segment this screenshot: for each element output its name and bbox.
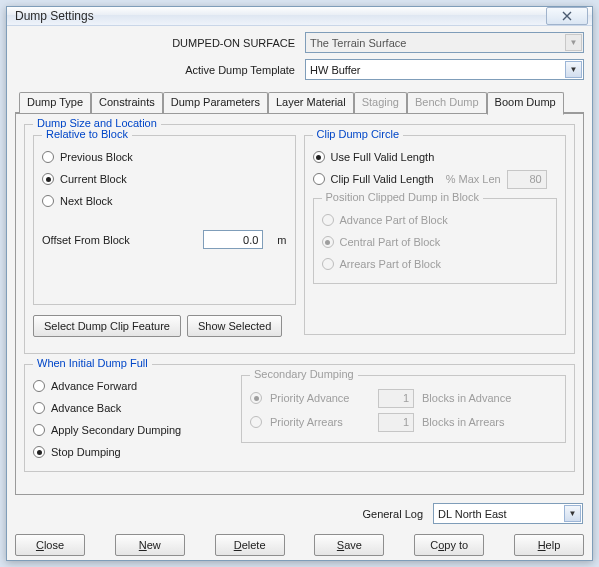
- tabstrip: Dump Type Constraints Dump Parameters La…: [15, 92, 584, 114]
- maxlen-label: % Max Len: [446, 173, 501, 185]
- chevron-down-icon[interactable]: ▼: [564, 505, 581, 522]
- radio-label: Priority Arrears: [270, 416, 370, 428]
- radio-label: Arrears Part of Block: [340, 258, 441, 270]
- dump-settings-window: Dump Settings DUMPED-ON SURFACE The Terr…: [6, 6, 593, 561]
- radio-label: Advance Part of Block: [340, 214, 448, 226]
- tab-boom-dump[interactable]: Boom Dump: [487, 92, 564, 115]
- radio-icon: [42, 195, 54, 207]
- tab-label: Staging: [362, 96, 399, 108]
- copy-to-button[interactable]: Copy to: [414, 534, 484, 556]
- radio-label: Advance Back: [51, 402, 121, 414]
- close-button[interactable]: Close: [15, 534, 85, 556]
- tab-bench-dump: Bench Dump: [407, 92, 487, 113]
- help-button[interactable]: Help: [514, 534, 584, 556]
- tab-layer-material[interactable]: Layer Material: [268, 92, 354, 113]
- relative-option-previous[interactable]: Previous Block: [42, 146, 287, 168]
- save-button[interactable]: Save: [314, 534, 384, 556]
- tab-content-boom-dump: Dump Size and Location Relative to Block…: [15, 114, 584, 495]
- show-selected-button[interactable]: Show Selected: [187, 315, 282, 337]
- surface-label: DUMPED-ON SURFACE: [15, 37, 305, 49]
- radio-icon: [42, 151, 54, 163]
- radio-icon: [313, 151, 325, 163]
- radio-icon: [313, 173, 325, 185]
- chevron-down-icon: ▼: [565, 34, 582, 51]
- radio-icon: [42, 173, 54, 185]
- window-body: DUMPED-ON SURFACE The Terrain Surface ▼ …: [7, 26, 592, 564]
- close-icon: [562, 11, 572, 21]
- radio-label: Use Full Valid Length: [331, 151, 435, 163]
- radio-label: Advance Forward: [51, 380, 137, 392]
- general-log-row: General Log DL North East ▼: [15, 503, 584, 524]
- radio-label: Clip Full Valid Length: [331, 173, 434, 185]
- general-log-value: DL North East: [438, 508, 507, 520]
- general-log-dropdown[interactable]: DL North East ▼: [433, 503, 583, 524]
- tab-label: Bench Dump: [415, 96, 479, 108]
- group-legend: Position Clipped Dump in Block: [322, 191, 483, 203]
- new-button[interactable]: New: [115, 534, 185, 556]
- tab-spacer: [564, 92, 584, 113]
- radio-label: Current Block: [60, 173, 127, 185]
- radio-icon: [33, 424, 45, 436]
- initial-option-secondary[interactable]: Apply Secondary Dumping: [33, 419, 233, 441]
- position-clipped-group: Position Clipped Dump in Block Advance P…: [313, 198, 558, 284]
- secondary-advance-after: Blocks in Advance: [422, 392, 511, 404]
- radio-icon: [322, 214, 334, 226]
- template-row: Active Dump Template HW Buffer ▼: [15, 59, 584, 80]
- relative-to-block-group: Relative to Block Previous Block Current…: [33, 135, 296, 305]
- tab-staging: Staging: [354, 92, 407, 113]
- radio-icon: [322, 236, 334, 248]
- pos-option-central: Central Part of Block: [322, 231, 549, 253]
- offset-unit: m: [277, 234, 286, 246]
- relative-option-current[interactable]: Current Block: [42, 168, 287, 190]
- tab-label: Constraints: [99, 96, 155, 108]
- offset-label: Offset From Block: [42, 234, 195, 246]
- clip-option-clip[interactable]: Clip Full Valid Length % Max Len 80: [313, 168, 558, 190]
- initial-option-advance-forward[interactable]: Advance Forward: [33, 375, 233, 397]
- radio-label: Previous Block: [60, 151, 133, 163]
- pos-option-advance: Advance Part of Block: [322, 209, 549, 231]
- clip-dump-circle-group: Clip Dump Circle Use Full Valid Length C…: [304, 135, 567, 335]
- radio-label: Priority Advance: [270, 392, 370, 404]
- tab-dump-parameters[interactable]: Dump Parameters: [163, 92, 268, 113]
- secondary-arrears-row: Priority Arrears 1 Blocks in Arrears: [250, 410, 557, 434]
- general-log-label: General Log: [15, 508, 433, 520]
- window-title: Dump Settings: [15, 9, 546, 23]
- radio-icon: [250, 392, 262, 404]
- secondary-arrears-input: 1: [378, 413, 414, 432]
- offset-input[interactable]: 0.0: [203, 230, 263, 249]
- dump-size-location-group: Dump Size and Location Relative to Block…: [24, 124, 575, 354]
- tab-dump-type[interactable]: Dump Type: [19, 92, 91, 113]
- radio-icon: [33, 402, 45, 414]
- select-dump-clip-feature-button[interactable]: Select Dump Clip Feature: [33, 315, 181, 337]
- maxlen-input: 80: [507, 170, 547, 189]
- secondary-advance-input: 1: [378, 389, 414, 408]
- surface-row: DUMPED-ON SURFACE The Terrain Surface ▼: [15, 32, 584, 53]
- footer-buttons: Close New Delete Save Copy to Help: [15, 534, 584, 556]
- radio-label: Apply Secondary Dumping: [51, 424, 181, 436]
- group-legend: When Initial Dump Full: [33, 357, 152, 369]
- template-label: Active Dump Template: [15, 64, 305, 76]
- chevron-down-icon[interactable]: ▼: [565, 61, 582, 78]
- radio-label: Next Block: [60, 195, 113, 207]
- titlebar: Dump Settings: [7, 7, 592, 26]
- relative-option-next[interactable]: Next Block: [42, 190, 287, 212]
- initial-option-stop[interactable]: Stop Dumping: [33, 441, 233, 463]
- window-close-button[interactable]: [546, 7, 588, 25]
- tab-label: Layer Material: [276, 96, 346, 108]
- radio-label: Stop Dumping: [51, 446, 121, 458]
- secondary-advance-row: Priority Advance 1 Blocks in Advance: [250, 386, 557, 410]
- tab-label: Dump Parameters: [171, 96, 260, 108]
- template-dropdown[interactable]: HW Buffer ▼: [305, 59, 584, 80]
- clip-option-full[interactable]: Use Full Valid Length: [313, 146, 558, 168]
- template-value: HW Buffer: [310, 64, 361, 76]
- initial-option-advance-back[interactable]: Advance Back: [33, 397, 233, 419]
- delete-button[interactable]: Delete: [215, 534, 285, 556]
- secondary-dumping-group: Secondary Dumping Priority Advance 1 Blo…: [241, 375, 566, 443]
- secondary-arrears-after: Blocks in Arrears: [422, 416, 505, 428]
- tab-constraints[interactable]: Constraints: [91, 92, 163, 113]
- radio-icon: [322, 258, 334, 270]
- radio-icon: [250, 416, 262, 428]
- group-legend: Relative to Block: [42, 128, 132, 140]
- tab-label: Boom Dump: [495, 96, 556, 108]
- group-legend: Clip Dump Circle: [313, 128, 404, 140]
